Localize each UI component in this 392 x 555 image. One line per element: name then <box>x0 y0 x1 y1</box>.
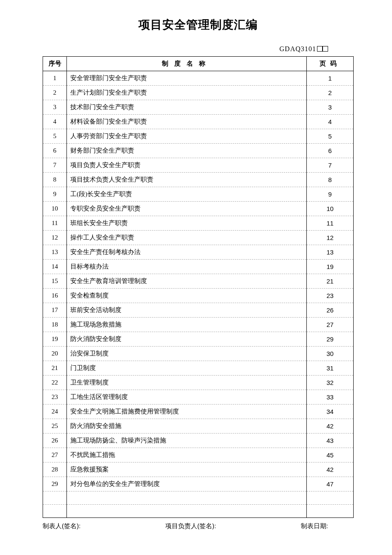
cell-seq: 16 <box>43 289 67 303</box>
cell-seq: 13 <box>43 245 67 260</box>
cell-page: 13 <box>307 245 354 260</box>
table-row: 10专职安全员安全生产职责10 <box>43 202 354 216</box>
cell-seq: 17 <box>43 303 67 318</box>
cell-page: 8 <box>307 173 354 187</box>
table-row-empty <box>43 505 354 518</box>
cell-name: 项目负责人安全生产职责 <box>67 158 307 173</box>
cell-seq: 2 <box>43 86 67 100</box>
cell-seq: 7 <box>43 158 67 173</box>
regulations-table: 序号 制度名称 页码 1安全管理部门安全生产职责12生产计划部门安全生产职责23… <box>43 56 354 518</box>
table-row: 28应急救援预案42 <box>43 462 354 477</box>
cell-empty <box>43 491 67 505</box>
cell-empty <box>43 505 67 518</box>
table-row: 6财务部门安全生产职责6 <box>43 144 354 158</box>
cell-page: 33 <box>307 390 354 405</box>
cell-seq: 22 <box>43 376 67 390</box>
cell-name: 安全管理部门安全生产职责 <box>67 71 307 86</box>
cell-page: 23 <box>307 289 354 303</box>
cell-page: 43 <box>307 434 354 448</box>
table-header-row: 序号 制度名称 页码 <box>43 57 354 71</box>
cell-name: 安全生产文明施工措施费使用管理制度 <box>67 405 307 419</box>
cell-seq: 25 <box>43 419 67 434</box>
cell-page: 10 <box>307 202 354 216</box>
cell-page: 26 <box>307 303 354 318</box>
cell-name: 财务部门安全生产职责 <box>67 144 307 158</box>
cell-seq: 23 <box>43 390 67 405</box>
cell-name: 材料设备部门安全生产职责 <box>67 115 307 129</box>
cell-seq: 9 <box>43 187 67 202</box>
cell-name: 不扰民施工措拖 <box>67 448 307 462</box>
header-page: 页码 <box>307 57 354 71</box>
table-row: 13安全生产责任制考核办法13 <box>43 245 354 260</box>
cell-seq: 19 <box>43 332 67 347</box>
cell-seq: 26 <box>43 434 67 448</box>
cell-name: 防火消防安全制度 <box>67 332 307 347</box>
cell-page: 2 <box>307 86 354 100</box>
table-row: 29对分包单位的安全生产管理制度47 <box>43 477 354 491</box>
cell-seq: 20 <box>43 347 67 361</box>
footer-signatures: 制表人(签名): 项目负责人(签名): 制表日期: <box>43 522 354 530</box>
cell-empty <box>67 505 307 518</box>
cell-name: 安全检查制度 <box>67 289 307 303</box>
table-row: 23工地生活区管理制度33 <box>43 390 354 405</box>
cell-page: 31 <box>307 361 354 376</box>
table-body: 1安全管理部门安全生产职责12生产计划部门安全生产职责23技术部门安全生产职责3… <box>43 71 354 518</box>
cell-empty <box>307 505 354 518</box>
cell-page: 32 <box>307 376 354 390</box>
header-name: 制度名称 <box>67 57 307 71</box>
cell-name: 工地生活区管理制度 <box>67 390 307 405</box>
cell-page: 42 <box>307 419 354 434</box>
cell-seq: 1 <box>43 71 67 86</box>
table-row: 21门卫制度31 <box>43 361 354 376</box>
cell-name: 对分包单位的安全生产管理制度 <box>67 477 307 491</box>
cell-page: 5 <box>307 129 354 144</box>
document-title: 项目安全管理制度汇编 <box>43 17 354 32</box>
table-row: 12操作工人安全生产职责12 <box>43 231 354 245</box>
cell-page: 11 <box>307 216 354 231</box>
cell-name: 应急救援预案 <box>67 462 307 477</box>
document-code: GDAQ3101 <box>280 45 316 52</box>
cell-seq: 10 <box>43 202 67 216</box>
cell-page: 29 <box>307 332 354 347</box>
cell-name: 生产计划部门安全生产职责 <box>67 86 307 100</box>
cell-page: 4 <box>307 115 354 129</box>
cell-name: 目标考核办法 <box>67 260 307 274</box>
cell-empty <box>67 491 307 505</box>
cell-empty <box>307 491 354 505</box>
cell-page: 7 <box>307 158 354 173</box>
code-boxes <box>317 45 328 53</box>
cell-name: 施工现场急救措施 <box>67 318 307 332</box>
cell-name: 治安保卫制度 <box>67 347 307 361</box>
table-row: 17班前安全活动制度26 <box>43 303 354 318</box>
cell-name: 班前安全活动制度 <box>67 303 307 318</box>
cell-page: 42 <box>307 462 354 477</box>
cell-name: 门卫制度 <box>67 361 307 376</box>
cell-page: 34 <box>307 405 354 419</box>
cell-page: 12 <box>307 231 354 245</box>
table-row: 16安全检查制度23 <box>43 289 354 303</box>
cell-seq: 11 <box>43 216 67 231</box>
cell-page: 30 <box>307 347 354 361</box>
table-row: 1安全管理部门安全生产职责1 <box>43 71 354 86</box>
table-row: 27不扰民施工措拖45 <box>43 448 354 462</box>
table-row: 7项目负责人安全生产职责7 <box>43 158 354 173</box>
cell-seq: 4 <box>43 115 67 129</box>
table-row: 11班组长安全生产职责11 <box>43 216 354 231</box>
preparer-signature-label: 制表人(签名): <box>43 522 81 530</box>
cell-seq: 6 <box>43 144 67 158</box>
cell-page: 45 <box>307 448 354 462</box>
cell-page: 6 <box>307 144 354 158</box>
cell-name: 施工现场防扬尘、防噪声污染措施 <box>67 434 307 448</box>
cell-seq: 24 <box>43 405 67 419</box>
cell-seq: 15 <box>43 274 67 289</box>
cell-name: 工(段)长安全生产职责 <box>67 187 307 202</box>
table-row: 18施工现场急救措施27 <box>43 318 354 332</box>
cell-name: 班组长安全生产职责 <box>67 216 307 231</box>
table-row: 8项目技术负责人安全生产职责8 <box>43 173 354 187</box>
cell-seq: 18 <box>43 318 67 332</box>
cell-seq: 27 <box>43 448 67 462</box>
table-row: 19防火消防安全制度29 <box>43 332 354 347</box>
table-row: 22卫生管理制度32 <box>43 376 354 390</box>
checkbox-empty-icon <box>317 46 323 52</box>
cell-name: 防火消防安全措施 <box>67 419 307 434</box>
